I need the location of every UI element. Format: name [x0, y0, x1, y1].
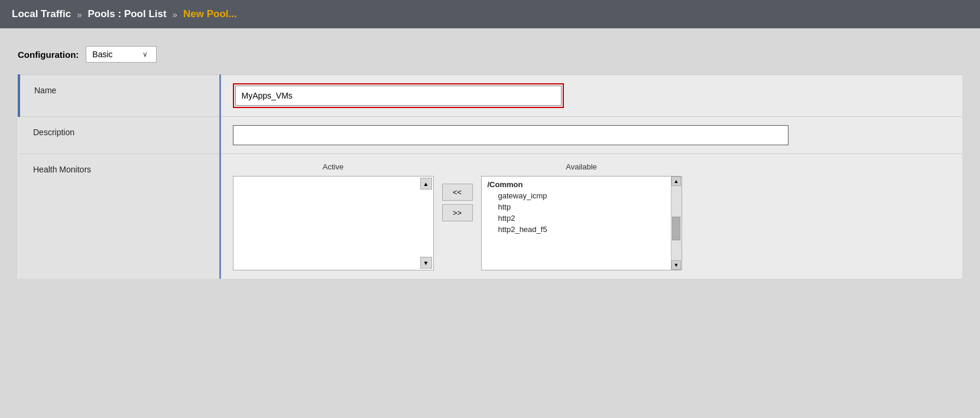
list-item[interactable]: /Common: [482, 179, 682, 190]
main-content: Configuration: Basic ∨ Name Description …: [0, 28, 980, 418]
breadcrumb-bar: Local Traffic » Pools : Pool List » New …: [0, 0, 980, 28]
description-input[interactable]: [233, 125, 788, 145]
description-input-cell: [220, 117, 962, 154]
name-row: Name: [19, 75, 962, 117]
available-column-label: Available: [566, 162, 597, 171]
active-scroll-up-btn[interactable]: ▲: [420, 178, 432, 190]
breadcrumb-separator1: »: [77, 9, 82, 19]
breadcrumb-part2: Pools : Pool List: [87, 8, 166, 20]
active-listbox[interactable]: ▲ ▼: [233, 176, 434, 270]
name-input-cell: [220, 75, 962, 117]
available-column: Available /Commongateway_icmphttphttp2ht…: [481, 162, 682, 270]
configuration-label: Configuration:: [18, 50, 79, 60]
list-item[interactable]: http: [482, 201, 682, 213]
breadcrumb-current: New Pool...: [183, 8, 237, 20]
move-left-button[interactable]: <<: [442, 184, 473, 201]
name-label: Name: [19, 75, 220, 117]
name-input-highlight: [233, 83, 564, 108]
health-monitors-row: Health Monitors Active ▲ ▼ <<: [19, 154, 962, 279]
health-monitors-cell: Active ▲ ▼ << >> Available: [220, 154, 962, 279]
active-listbox-inner: [233, 177, 433, 270]
available-scroll-up-icon[interactable]: ▲: [671, 177, 681, 186]
chevron-down-icon: ∨: [142, 50, 148, 58]
active-scroll-down-btn[interactable]: ▼: [420, 257, 432, 269]
description-row: Description: [19, 117, 962, 154]
breadcrumb-separator2: »: [173, 9, 177, 19]
active-column-label: Active: [323, 162, 343, 171]
active-column: Active ▲ ▼: [233, 162, 434, 270]
monitors-layout: Active ▲ ▼ << >> Available: [233, 162, 951, 270]
list-item[interactable]: gateway_icmp: [482, 190, 682, 201]
configuration-select[interactable]: Basic ∨: [86, 46, 157, 63]
available-scroll-down-icon[interactable]: ▼: [671, 260, 681, 270]
move-right-button[interactable]: >>: [442, 204, 473, 221]
breadcrumb-part1: Local Traffic: [12, 8, 71, 20]
configuration-row: Configuration: Basic ∨: [18, 46, 962, 63]
available-list-inner: /Commongateway_icmphttphttp2http2_head_f…: [482, 177, 682, 270]
available-scrollbar: ▲ ▼: [671, 177, 682, 270]
list-item[interactable]: http2_head_f5: [482, 224, 682, 235]
configuration-select-value: Basic: [92, 50, 112, 59]
description-label: Description: [19, 117, 220, 154]
transfer-buttons: << >>: [434, 184, 481, 221]
health-monitors-label: Health Monitors: [19, 154, 220, 279]
name-input[interactable]: [235, 86, 562, 106]
form-table: Name Description Health Monitors Active: [18, 74, 962, 279]
list-item[interactable]: http2: [482, 213, 682, 224]
available-listbox[interactable]: /Commongateway_icmphttphttp2http2_head_f…: [481, 176, 682, 270]
available-scroll-thumb: [672, 217, 680, 240]
